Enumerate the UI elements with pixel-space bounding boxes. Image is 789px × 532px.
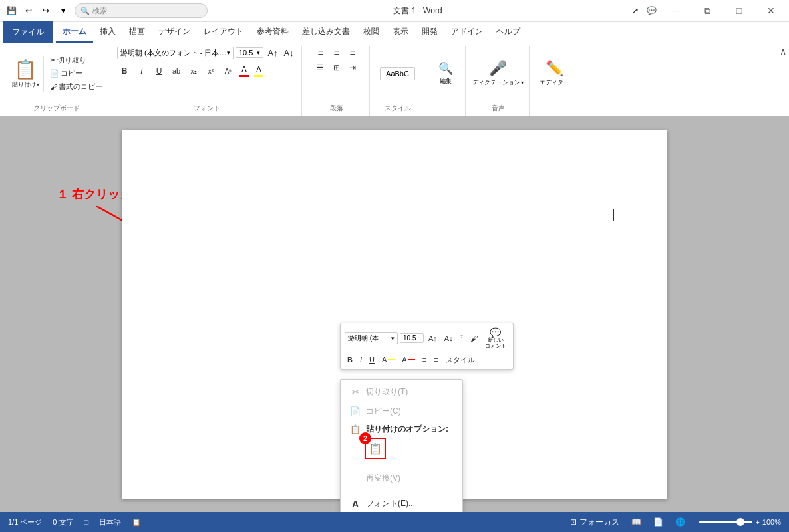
mini-styles-button[interactable]: スタイル xyxy=(443,354,478,366)
font-color-button[interactable]: A xyxy=(238,65,250,78)
align-center-button[interactable]: ≡ xyxy=(329,46,344,59)
title-bar: 💾 ↩ ↪ ▾ 🔍 検索 文書 1 - Word ↗ 💬 ─ ⧉ □ ✕ xyxy=(0,0,789,22)
font-shrink-button[interactable]: A↓ xyxy=(281,46,296,59)
paste-label: 貼り付け▾ xyxy=(12,80,39,89)
strikethrough-button[interactable]: ab xyxy=(169,65,184,78)
align-left-button[interactable]: ≡ xyxy=(313,46,328,59)
mini-size-selector[interactable]: 10.5 xyxy=(400,333,424,343)
mini-new-comment-button[interactable]: 💬 新しいコメント xyxy=(482,326,509,351)
mini-highlight-button[interactable]: 🖌 xyxy=(468,333,480,344)
font-size-selector[interactable]: 10.5 ▾ xyxy=(236,47,263,58)
save-icon[interactable]: 💾 xyxy=(4,3,19,18)
mini-font-selector[interactable]: 游明朝 (本▾ xyxy=(345,332,398,344)
paste-option-button[interactable]: 📋 2 xyxy=(365,438,386,459)
paste-button[interactable]: 📋 貼り付け▾ xyxy=(8,56,44,92)
word-count: 0 文字 xyxy=(53,517,73,527)
minimize-button[interactable]: ─ xyxy=(660,0,691,22)
mini-underline-button[interactable]: U xyxy=(367,354,377,365)
language-status: 日本語 xyxy=(99,517,121,527)
ctx-copy[interactable]: 📄 コピー(C) xyxy=(341,402,462,421)
subscript-button[interactable]: x₂ xyxy=(186,65,201,78)
tab-addin[interactable]: アドイン xyxy=(444,22,490,43)
zoom-thumb[interactable] xyxy=(736,518,744,526)
mini-list2-button[interactable]: ≡ xyxy=(431,354,440,365)
styles-gallery[interactable]: AaBbC xyxy=(380,67,415,80)
list-button[interactable]: ☰ xyxy=(313,61,328,74)
paste-option-badge: 2 xyxy=(359,432,371,444)
tab-developer[interactable]: 開発 xyxy=(415,22,444,43)
zoom-percent: 100% xyxy=(762,518,781,526)
zoom-slider[interactable] xyxy=(699,521,752,523)
tab-draw[interactable]: 描画 xyxy=(122,22,152,43)
font-menu-icon: A xyxy=(350,499,361,509)
ribbon-group-editing: 🔍 編集 xyxy=(426,46,466,116)
styles-group-label: スタイル xyxy=(385,104,411,113)
bold-button[interactable]: B xyxy=(117,65,132,78)
ctx-font[interactable]: A フォント(E)... xyxy=(341,494,462,512)
ctx-cut[interactable]: ✂ 切り取り(T) xyxy=(341,382,462,402)
comment-icon[interactable]: 💬 xyxy=(644,3,659,18)
underline-button[interactable]: U xyxy=(152,65,166,78)
print-layout-button[interactable]: 📄 xyxy=(651,516,666,528)
ctx-sep1 xyxy=(341,466,462,466)
editor-icon[interactable]: ✏️ xyxy=(546,60,563,77)
ribbon-group-voice: 🎤 ディクテーション▾ 音声 xyxy=(467,46,530,116)
paragraph-group-label: 段落 xyxy=(330,104,343,113)
ribbon-group-paragraph: ≡ ≡ ≡ ☰ ⊞ ⇥ 段落 xyxy=(303,46,370,116)
mini-num-button[interactable]: ⁷ xyxy=(458,333,466,343)
mini-italic-button[interactable]: I xyxy=(357,354,365,365)
ctx-reconvert[interactable]: 再変換(V) xyxy=(341,469,462,488)
align-right-button[interactable]: ≡ xyxy=(345,46,360,59)
tab-mailings[interactable]: 差し込み文書 xyxy=(295,22,357,43)
tab-help[interactable]: ヘルプ xyxy=(490,22,527,43)
mini-shrink-button[interactable]: A↓ xyxy=(442,333,456,344)
tab-view[interactable]: 表示 xyxy=(386,22,415,43)
font-grow-button[interactable]: A↑ xyxy=(265,46,280,59)
tab-references[interactable]: 参考資料 xyxy=(250,22,295,43)
mini-bold-button[interactable]: B xyxy=(345,354,355,365)
quick-access-icon[interactable]: ▾ xyxy=(56,3,71,18)
tab-home[interactable]: ホーム xyxy=(56,22,93,43)
numbering-button[interactable]: ⊞ xyxy=(329,61,344,74)
copy-button[interactable]: 📄コピー xyxy=(48,68,104,79)
search-box[interactable]: 🔍 検索 xyxy=(75,3,208,18)
tab-design[interactable]: デザイン xyxy=(152,22,197,43)
mini-color-button[interactable]: A xyxy=(399,354,417,365)
ribbon-collapse-button[interactable]: ∧ xyxy=(780,46,786,57)
indent-button[interactable]: ⇥ xyxy=(345,61,360,74)
tab-layout[interactable]: レイアウト xyxy=(197,22,250,43)
close-button[interactable]: ✕ xyxy=(756,0,786,22)
superscript-button[interactable]: x² xyxy=(204,65,218,78)
voice-group-label: 音声 xyxy=(492,104,505,113)
mini-highlight2-button[interactable]: A xyxy=(379,354,397,365)
mini-list1-button[interactable]: ≡ xyxy=(420,354,429,365)
zoom-plus[interactable]: + xyxy=(755,518,759,526)
focus-button[interactable]: ⊡ フォーカス xyxy=(567,515,621,529)
font-name-selector[interactable]: 游明朝 (本文のフォント - 日本語) ▾ xyxy=(117,47,234,59)
editing-label: 編集 xyxy=(440,77,452,86)
highlight-button[interactable]: A xyxy=(253,65,265,78)
read-mode-button[interactable]: 📖 xyxy=(629,516,644,528)
cut-button[interactable]: ✂切り取り xyxy=(48,55,104,66)
window-button[interactable]: ⧉ xyxy=(692,0,722,22)
format-paint-button[interactable]: 🖌書式のコピー xyxy=(48,81,104,92)
ribbon-group-styles: AaBbC スタイル xyxy=(371,46,424,116)
redo-icon[interactable]: ↪ xyxy=(39,3,53,18)
share-icon[interactable]: ↗ xyxy=(628,3,643,18)
ctx-paste-options-label: 📋 貼り付けのオプション: xyxy=(341,421,462,436)
undo-icon[interactable]: ↩ xyxy=(21,3,36,18)
tab-file[interactable]: ファイル xyxy=(3,21,53,43)
tab-review[interactable]: 校閲 xyxy=(357,22,386,43)
clear-format-button[interactable]: Aᵃ xyxy=(221,65,236,78)
tab-insert[interactable]: 挿入 xyxy=(93,22,122,43)
clipboard-group-label: クリップボード xyxy=(33,104,80,113)
find-replace-icon[interactable]: 🔍 xyxy=(438,61,453,76)
mini-grow-button[interactable]: A↑ xyxy=(426,333,440,344)
italic-button[interactable]: I xyxy=(134,65,149,78)
ribbon-tabs: ファイル ホーム 挿入 描画 デザイン レイアウト 参考資料 差し込み文書 校閲… xyxy=(0,22,789,43)
paste-icon: 📋 xyxy=(14,59,37,80)
zoom-minus[interactable]: - xyxy=(695,518,697,526)
dictate-icon[interactable]: 🎤 xyxy=(489,60,507,77)
maximize-button[interactable]: □ xyxy=(724,0,754,22)
web-layout-button[interactable]: 🌐 xyxy=(673,516,688,528)
